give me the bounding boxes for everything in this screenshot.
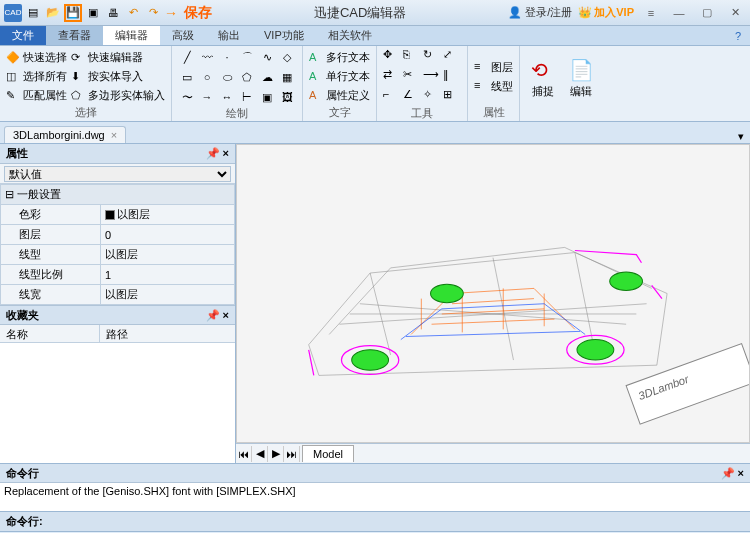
group-label-props: 属性 (474, 105, 513, 119)
prop-label: 图层 (1, 225, 101, 245)
menu-icon[interactable]: ≡ (640, 4, 662, 22)
curve-icon[interactable]: ∿ (258, 48, 276, 66)
ellipse-icon[interactable]: ⬭ (218, 68, 236, 86)
stext[interactable]: A单行文本 (309, 68, 370, 86)
tab-related[interactable]: 相关软件 (316, 26, 384, 45)
polygon-icon[interactable]: ⬠ (238, 68, 256, 86)
help-icon[interactable]: ? (726, 26, 750, 45)
quick-select[interactable]: 🔶快速选择 (6, 49, 67, 67)
tab-file[interactable]: 文件 (0, 26, 46, 45)
block-icon[interactable]: ▣ (258, 88, 276, 106)
arc-icon[interactable]: ⌒ (238, 48, 256, 66)
user-icon: 👤 (508, 6, 522, 19)
prop-value[interactable]: 以图层 (101, 285, 235, 305)
ray-icon[interactable]: → (198, 88, 216, 106)
draw-tools-grid: ╱ 〰 · ⌒ ∿ ◇ ▭ ○ ⬭ ⬠ ☁ ▦ 〜 → ↔ ⊢ ▣ 🖼 (178, 48, 296, 106)
xline-icon[interactable]: ↔ (218, 88, 236, 106)
move-icon[interactable]: ✥ (383, 48, 401, 66)
login-button[interactable]: 👤登录/注册 (508, 5, 572, 20)
shape-icon[interactable]: ◇ (278, 48, 296, 66)
svg-point-3 (577, 340, 614, 360)
last-icon[interactable]: ⏭ (284, 446, 300, 462)
tab-viewer[interactable]: 查看器 (46, 26, 103, 45)
explode-icon[interactable]: ✧ (423, 88, 441, 106)
pin-icon[interactable]: 📌 × (206, 147, 229, 160)
col-path[interactable]: 路径 (100, 325, 134, 342)
first-icon[interactable]: ⏮ (236, 446, 252, 462)
minimize-button[interactable]: ― (668, 4, 690, 22)
default-select[interactable]: 默认值 (4, 166, 231, 182)
section-header[interactable]: ⊟ 一般设置 (1, 185, 235, 205)
polygon-input[interactable]: ⬠多边形实体输入 (71, 87, 165, 105)
line-icon[interactable]: ╱ (178, 48, 196, 66)
pin-icon[interactable]: 📌 × (721, 467, 744, 480)
linetype-btn[interactable]: ≡线型 (474, 77, 513, 95)
quick-editor[interactable]: ⟳快速编辑器 (71, 49, 165, 67)
ribbon: 🔶快速选择 ◫选择所有 ✎匹配属性 ⟳快速编辑器 ⬇按实体导入 ⬠多边形实体输入… (0, 46, 750, 122)
vip-button[interactable]: 👑加入VIP (578, 5, 634, 20)
model-tab[interactable]: Model (302, 445, 354, 462)
app-icon[interactable]: CAD (4, 4, 22, 22)
cloud-icon[interactable]: ☁ (258, 68, 276, 86)
hatch-icon[interactable]: ▦ (278, 68, 296, 86)
close-button[interactable]: ✕ (724, 4, 746, 22)
scale-icon[interactable]: ⤢ (443, 48, 461, 66)
doc-tab-name: 3DLamborgini.dwg (13, 129, 105, 141)
tab-output[interactable]: 输出 (206, 26, 252, 45)
maximize-button[interactable]: ▢ (696, 4, 718, 22)
chamfer-icon[interactable]: ∠ (403, 88, 421, 106)
image-icon[interactable]: 🖼 (278, 88, 296, 106)
array-icon[interactable]: ⊞ (443, 88, 461, 106)
print-icon[interactable]: 🖶 (104, 4, 122, 22)
fillet-icon[interactable]: ⌐ (383, 88, 401, 106)
polyline-icon[interactable]: 〰 (198, 48, 216, 66)
group-label-text: 文字 (309, 105, 370, 119)
dim-icon[interactable]: ⊢ (238, 88, 256, 106)
col-name[interactable]: 名称 (0, 325, 100, 342)
new-icon[interactable]: ▤ (24, 4, 42, 22)
capture-button[interactable]: ⟲捕捉 (526, 48, 560, 105)
trim-icon[interactable]: ✂ (403, 68, 421, 86)
tab-vip[interactable]: VIP功能 (252, 26, 316, 45)
next-icon[interactable]: ▶ (268, 446, 284, 462)
rect-icon[interactable]: ▭ (178, 68, 196, 86)
prop-label: 线型比例 (1, 265, 101, 285)
export-icon[interactable]: ▣ (84, 4, 102, 22)
open-icon[interactable]: 📂 (44, 4, 62, 22)
tab-editor[interactable]: 编辑器 (103, 26, 160, 45)
spline-icon[interactable]: 〜 (178, 88, 196, 106)
edit-button[interactable]: 📄编辑 (564, 48, 598, 105)
doc-tab[interactable]: 3DLamborgini.dwg × (4, 126, 126, 143)
copy-icon[interactable]: ⎘ (403, 48, 421, 66)
offset-icon[interactable]: ‖ (443, 68, 461, 86)
prop-value[interactable]: 0 (101, 225, 235, 245)
group-label-tools: 工具 (383, 106, 461, 120)
prop-label: 色彩 (1, 205, 101, 225)
prop-value[interactable]: 1 (101, 265, 235, 285)
redo-icon[interactable]: ↷ (144, 4, 162, 22)
extend-icon[interactable]: ⟶ (423, 68, 441, 86)
attdef[interactable]: A属性定义 (309, 87, 370, 105)
rotate-icon[interactable]: ↻ (423, 48, 441, 66)
save-button[interactable]: 💾 (64, 4, 82, 22)
prop-value[interactable]: 以图层 (101, 205, 235, 225)
undo-icon[interactable]: ↶ (124, 4, 142, 22)
viewport[interactable]: 3DLambor (236, 144, 750, 443)
prop-label: 线型 (1, 245, 101, 265)
prop-value[interactable]: 以图层 (101, 245, 235, 265)
layers-btn[interactable]: ≡图层 (474, 58, 513, 76)
select-all[interactable]: ◫选择所有 (6, 68, 67, 86)
close-tab-icon[interactable]: × (111, 129, 117, 141)
point-icon[interactable]: · (218, 48, 236, 66)
match-props[interactable]: ✎匹配属性 (6, 87, 67, 105)
tab-dropdown-icon[interactable]: ▾ (738, 130, 744, 143)
cmdline-prompt[interactable]: 命令行: (0, 511, 750, 531)
prev-icon[interactable]: ◀ (252, 446, 268, 462)
canvas-area: ― ▢ ✕ (236, 144, 750, 463)
pin-icon[interactable]: 📌 × (206, 309, 229, 322)
circle-icon[interactable]: ○ (198, 68, 216, 86)
import-entity[interactable]: ⬇按实体导入 (71, 68, 165, 86)
mtext[interactable]: A多行文本 (309, 49, 370, 67)
mirror-icon[interactable]: ⇄ (383, 68, 401, 86)
tab-advanced[interactable]: 高级 (160, 26, 206, 45)
